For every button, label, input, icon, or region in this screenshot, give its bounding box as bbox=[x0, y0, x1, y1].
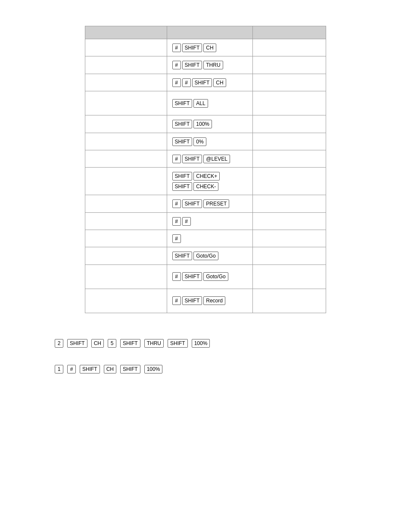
key-badge: # bbox=[172, 234, 181, 243]
cell-keystrokes: #SHIFTPRESET bbox=[167, 195, 253, 212]
cell-notes bbox=[253, 289, 326, 313]
key-badge: Record bbox=[203, 296, 225, 305]
cell-keystrokes: #SHIFTCH bbox=[167, 39, 253, 56]
key-badge: SHIFT bbox=[172, 252, 193, 260]
key-badge: SHIFT bbox=[172, 172, 193, 180]
cell-action bbox=[85, 91, 167, 115]
cell-keystrokes: SHIFT100% bbox=[167, 115, 253, 133]
key-badge: 1 bbox=[55, 365, 63, 373]
table-row: SHIFTGoto/Go bbox=[85, 247, 326, 264]
header-notes bbox=[253, 26, 326, 39]
key-badge: # bbox=[172, 217, 181, 226]
cell-keystrokes: ##SHIFTCH bbox=[167, 74, 253, 91]
cell-keystrokes: #SHIFTGoto/Go bbox=[167, 264, 253, 289]
key-badge: ALL bbox=[193, 99, 208, 108]
cell-action bbox=[85, 168, 167, 195]
cell-action bbox=[85, 39, 167, 56]
cell-action bbox=[85, 289, 167, 313]
cell-action bbox=[85, 264, 167, 289]
key-badge: # bbox=[172, 272, 181, 281]
example-block-2: 1#SHIFTCHSHIFT100% bbox=[55, 365, 356, 373]
key-badge: SHIFT bbox=[168, 339, 188, 348]
example-line-2: 1#SHIFTCHSHIFT100% bbox=[55, 365, 356, 373]
header-keystrokes bbox=[167, 26, 253, 39]
cell-keystrokes: #SHIFTRecord bbox=[167, 289, 253, 313]
key-badge: SHIFT bbox=[67, 339, 87, 348]
cell-notes bbox=[253, 91, 326, 115]
header-action bbox=[85, 26, 167, 39]
cell-notes bbox=[253, 247, 326, 264]
cell-notes bbox=[253, 168, 326, 195]
key-badge: 100% bbox=[193, 120, 212, 128]
key-badge: # bbox=[182, 78, 191, 87]
cell-keystrokes: # bbox=[167, 230, 253, 247]
key-badge: # bbox=[172, 44, 181, 52]
cell-action bbox=[85, 133, 167, 150]
cell-keystrokes: #SHIFT@LEVEL bbox=[167, 150, 253, 167]
table-row: #SHIFTTHRU bbox=[85, 56, 326, 74]
table-row: ##SHIFTCH bbox=[85, 74, 326, 91]
page-wrapper: #SHIFTCH#SHIFTTHRU##SHIFTCHSHIFTALLSHIFT… bbox=[0, 0, 411, 417]
key-badge: CHECK+ bbox=[193, 172, 220, 180]
cell-action bbox=[85, 115, 167, 133]
key-badge: SHIFT bbox=[182, 199, 202, 208]
key-badge: SHIFT bbox=[182, 61, 202, 69]
table-row: #SHIFTRecord bbox=[85, 289, 326, 313]
key-badge: Goto/Go bbox=[193, 252, 218, 260]
key-badge: SHIFT bbox=[182, 272, 202, 281]
key-badge: SHIFT bbox=[172, 182, 193, 191]
cell-keystrokes: #SHIFTTHRU bbox=[167, 56, 253, 74]
key-badge: 100% bbox=[192, 339, 210, 348]
key-badge: SHIFT bbox=[172, 120, 193, 128]
key-badge: # bbox=[67, 365, 76, 373]
key-badge: SHIFT bbox=[182, 44, 202, 52]
key-badge: SHIFT bbox=[120, 365, 140, 373]
table-row: SHIFTCHECK+SHIFTCHECK- bbox=[85, 168, 326, 195]
cell-notes bbox=[253, 39, 326, 56]
key-badge: SHIFT bbox=[172, 99, 193, 108]
table-row: #SHIFT@LEVEL bbox=[85, 150, 326, 167]
cell-action bbox=[85, 150, 167, 167]
key-badge: PRESET bbox=[203, 199, 229, 208]
key-badge: CH bbox=[213, 78, 226, 87]
key-badge: # bbox=[172, 61, 181, 69]
key-badge: 2 bbox=[55, 339, 63, 348]
cell-notes bbox=[253, 212, 326, 230]
cell-action bbox=[85, 56, 167, 74]
cell-keystrokes: ## bbox=[167, 212, 253, 230]
cell-keystrokes: SHIFTALL bbox=[167, 91, 253, 115]
cell-notes bbox=[253, 230, 326, 247]
key-badge: CH bbox=[203, 44, 216, 52]
cell-keystrokes: SHIFT0% bbox=[167, 133, 253, 150]
key-badge: # bbox=[172, 155, 181, 163]
table-header-row bbox=[85, 26, 326, 39]
key-badge: 0% bbox=[193, 137, 206, 146]
cell-action bbox=[85, 230, 167, 247]
key-badge: THRU bbox=[144, 339, 164, 348]
cell-action bbox=[85, 247, 167, 264]
key-badge: SHIFT bbox=[172, 137, 193, 146]
key-badge: # bbox=[172, 199, 181, 208]
cell-notes bbox=[253, 115, 326, 133]
cell-action bbox=[85, 74, 167, 91]
cell-notes bbox=[253, 195, 326, 212]
table-row: #SHIFTCH bbox=[85, 39, 326, 56]
cell-keystrokes: SHIFTCHECK+SHIFTCHECK- bbox=[167, 168, 253, 195]
cell-notes bbox=[253, 56, 326, 74]
key-badge: CH bbox=[104, 365, 116, 373]
cell-action bbox=[85, 195, 167, 212]
key-badge: SHIFT bbox=[182, 296, 202, 305]
example-block-1: 2SHIFTCH5SHIFTTHRUSHIFT100% bbox=[55, 339, 356, 348]
cell-notes bbox=[253, 150, 326, 167]
table-row: SHIFT0% bbox=[85, 133, 326, 150]
key-badge: # bbox=[172, 78, 181, 87]
key-badge: 5 bbox=[108, 339, 116, 348]
table-row: ## bbox=[85, 212, 326, 230]
key-badge: Goto/Go bbox=[203, 272, 228, 281]
table-row: SHIFTALL bbox=[85, 91, 326, 115]
key-badge: # bbox=[172, 296, 181, 305]
main-table: #SHIFTCH#SHIFTTHRU##SHIFTCHSHIFTALLSHIFT… bbox=[85, 26, 326, 313]
table-row: # bbox=[85, 230, 326, 247]
cell-notes bbox=[253, 74, 326, 91]
cell-notes bbox=[253, 264, 326, 289]
